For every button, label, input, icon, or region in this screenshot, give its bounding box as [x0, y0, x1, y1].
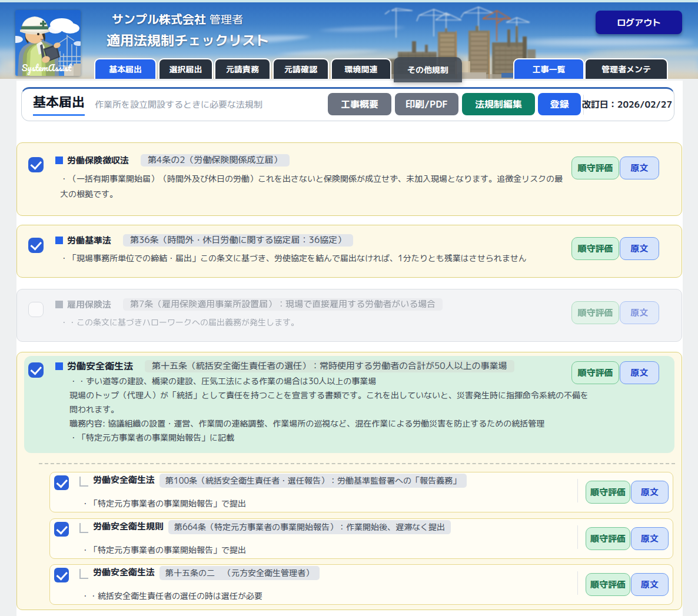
- svg-text:SystemAssist: SystemAssist: [22, 60, 72, 75]
